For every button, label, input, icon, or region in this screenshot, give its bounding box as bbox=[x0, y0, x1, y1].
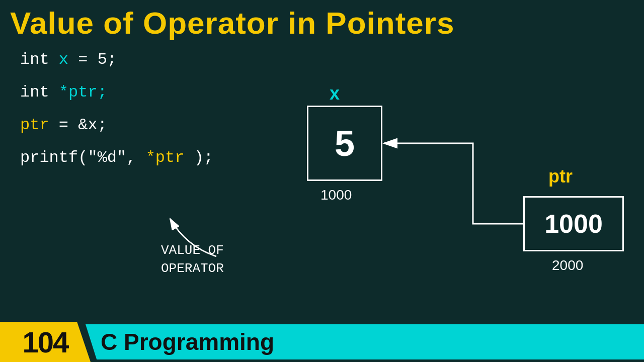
ptr-assign: ptr bbox=[20, 116, 49, 134]
printf-end: ); bbox=[194, 148, 213, 167]
keyword-int-1: int bbox=[20, 50, 49, 69]
series-badge: C Programming bbox=[86, 324, 644, 359]
x-memory-value: 5 bbox=[335, 123, 355, 164]
bottom-bar: 104 C Programming bbox=[0, 322, 644, 362]
code-line-3: ptr = &x; bbox=[20, 116, 213, 134]
ptr-variable-label: ptr bbox=[548, 166, 573, 187]
keyword-int-2: int bbox=[20, 83, 49, 102]
x-variable-label: x bbox=[330, 83, 340, 104]
page-title: Value of Operator in Pointers bbox=[10, 5, 454, 41]
printf-call: printf("%d", bbox=[20, 148, 136, 167]
code-assign-1: = 5; bbox=[78, 50, 117, 69]
annotation-line2: Operator bbox=[161, 259, 224, 278]
code-section: int x = 5; int *ptr; ptr = &x; printf("%… bbox=[20, 50, 213, 167]
deref-ptr: *ptr bbox=[146, 148, 185, 167]
episode-number: 104 bbox=[23, 325, 68, 359]
code-line-1: int x = 5; bbox=[20, 50, 213, 69]
var-x: x bbox=[59, 50, 68, 69]
episode-badge: 104 bbox=[0, 322, 91, 362]
value-of-operator-annotation: Value of Operator bbox=[161, 241, 224, 278]
ptr-address-label: 2000 bbox=[552, 257, 583, 274]
ptr-to-x-arrow bbox=[384, 143, 523, 224]
ptr-decl: *ptr; bbox=[59, 83, 107, 102]
ptr-memory-value: 1000 bbox=[544, 209, 603, 239]
code-line-2: int *ptr; bbox=[20, 83, 213, 102]
x-address-label: 1000 bbox=[320, 187, 352, 203]
code-assign-2: = &x; bbox=[59, 116, 107, 134]
series-title: C Programming bbox=[101, 328, 274, 355]
ptr-memory-box: 1000 bbox=[523, 196, 624, 251]
x-memory-box: 5 bbox=[307, 106, 382, 181]
code-line-4: printf("%d", *ptr ); bbox=[20, 148, 213, 167]
annotation-line1: Value of bbox=[161, 241, 224, 259]
